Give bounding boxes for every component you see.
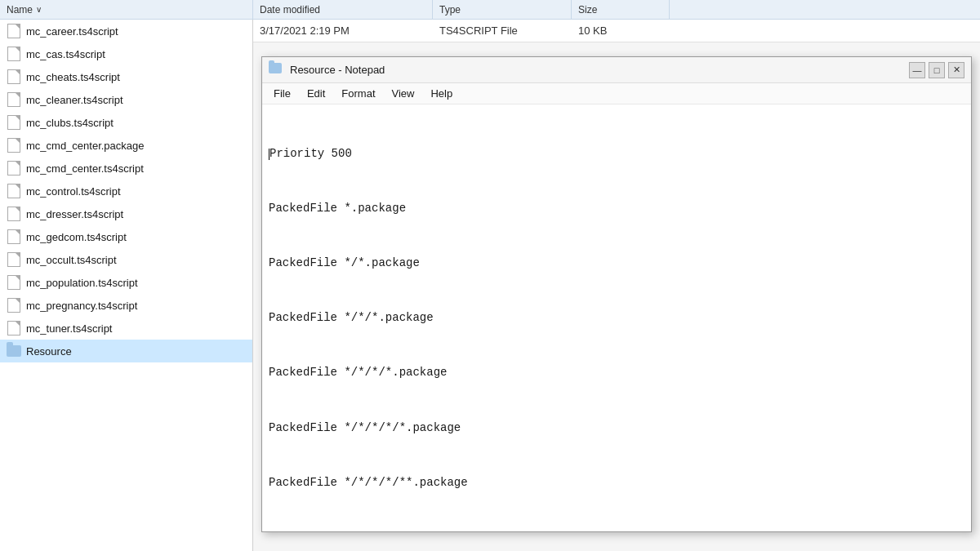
script-icon [7,115,21,130]
script-icon [7,207,21,221]
script-icon [7,92,21,107]
explorer-header: Name ∨ Date modified Type Size [0,0,980,20]
content-line-3: PackedFile */*.package [269,254,964,272]
notepad-app-icon [269,63,283,78]
script-icon [7,184,21,198]
script-icon [7,252,21,267]
script-icon [7,321,21,335]
list-item[interactable]: mc_tuner.ts4script [0,317,252,340]
col-type[interactable]: Type [433,0,572,19]
notepad-title: Resource - Notepad [290,64,909,76]
script-icon [7,47,21,61]
script-icon [7,69,21,84]
notepad-menubar: File Edit Format View Help [262,83,971,104]
menu-file[interactable]: File [265,86,299,101]
content-line-7: PackedFile */*/*/*/**.package [269,473,964,491]
file-detail-row: 3/17/2021 2:19 PM TS4SCRIPT File 10 KB [253,20,980,42]
list-item[interactable]: mc_dresser.ts4script [0,202,252,225]
script-icon [7,138,21,153]
list-item[interactable]: mc_cmd_center.package [0,134,252,157]
explorer-detail: 3/17/2021 2:19 PM TS4SCRIPT File 10 KB R… [253,20,980,551]
explorer-window: Name ∨ Date modified Type Size mc_career… [0,0,980,551]
list-item[interactable]: mc_cheats.ts4script [0,65,252,88]
content-line-5: PackedFile */*/*/*.package [269,363,964,381]
sort-icon: ∨ [36,5,42,14]
list-item[interactable]: mc_gedcom.ts4script [0,225,252,248]
file-type: TS4SCRIPT File [439,24,578,37]
notepad-window: Resource - Notepad — □ ✕ File Edit Forma… [261,56,972,532]
list-item[interactable]: mc_cas.ts4script [0,42,252,65]
notepad-titlebar: Resource - Notepad — □ ✕ [262,57,971,83]
script-icon [7,275,21,290]
menu-format[interactable]: Format [333,86,383,101]
list-item[interactable]: mc_control.ts4script [0,180,252,202]
list-item[interactable]: mc_cleaner.ts4script [0,88,252,111]
file-size: 10 KB [578,24,676,37]
content-line-4: PackedFile */*/*.package [269,309,964,327]
list-item[interactable]: mc_clubs.ts4script [0,111,252,134]
col-name[interactable]: Name ∨ [0,0,253,19]
list-item[interactable]: mc_population.ts4script [0,271,252,294]
col-date-modified[interactable]: Date modified [253,0,433,19]
menu-view[interactable]: View [384,86,423,101]
folder-icon [7,344,21,358]
notepad-content[interactable]: Priority 500 PackedFile *.package Packed… [262,104,971,531]
close-button[interactable]: ✕ [948,62,964,78]
menu-edit[interactable]: Edit [299,86,333,101]
col-size[interactable]: Size [572,0,670,19]
list-item[interactable]: mc_cmd_center.ts4script [0,157,252,180]
script-icon [7,229,21,244]
window-controls: — □ ✕ [909,62,964,78]
list-item[interactable]: mc_occult.ts4script [0,248,252,271]
minimize-button[interactable]: — [909,62,925,78]
list-item-resource[interactable]: Resource [0,340,252,362]
list-item[interactable]: mc_pregnancy.ts4script [0,294,252,317]
content-line-6: PackedFile */*/*/*/*.package [269,419,964,437]
file-list: mc_career.ts4script mc_cas.ts4script mc_… [0,20,253,551]
script-icon [7,161,21,176]
list-item[interactable]: mc_career.ts4script [0,20,252,42]
script-icon [7,24,21,38]
file-date-modified: 3/17/2021 2:19 PM [260,24,439,37]
menu-help[interactable]: Help [422,86,461,101]
content-line-1: Priority 500 [269,144,964,162]
content-line-2: PackedFile *.package [269,199,964,217]
maximize-button[interactable]: □ [929,62,945,78]
script-icon [7,298,21,313]
explorer-body: mc_career.ts4script mc_cas.ts4script mc_… [0,20,980,551]
